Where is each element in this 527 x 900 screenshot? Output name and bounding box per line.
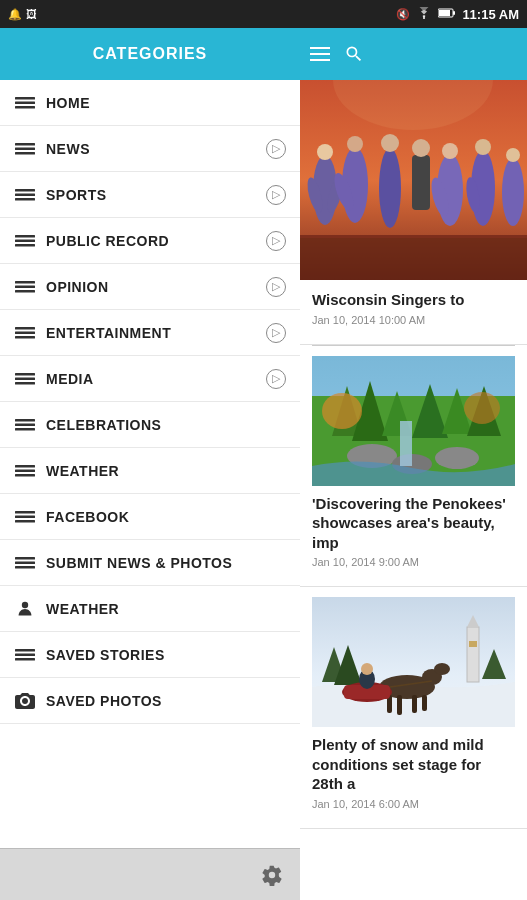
sidebar-item-label: WEATHER [46, 601, 286, 617]
svg-rect-14 [15, 239, 35, 242]
sidebar-item-label: FACEBOOK [46, 509, 286, 525]
svg-rect-29 [15, 469, 35, 472]
svg-point-53 [412, 139, 430, 157]
right-header [300, 28, 527, 80]
svg-rect-27 [15, 428, 35, 431]
sidebar-item-label: CELEBRATIONS [46, 417, 286, 433]
sidebar-item-facebook[interactable]: FACEBOOK [0, 494, 300, 540]
svg-rect-34 [15, 557, 35, 560]
svg-point-58 [475, 139, 491, 155]
svg-rect-16 [15, 281, 35, 284]
panel-footer [0, 848, 300, 900]
svg-rect-75 [400, 421, 412, 466]
article-date: Jan 10, 2014 10:00 AM [312, 314, 515, 326]
svg-rect-18 [15, 290, 35, 293]
status-bar: 🔔 🖼 🔇 11:15 AM [0, 0, 527, 28]
svg-rect-36 [15, 566, 35, 569]
sidebar-item-celebrations[interactable]: CELEBRATIONS [0, 402, 300, 448]
notification-icon: 🔔 [8, 8, 22, 21]
svg-rect-79 [467, 627, 479, 682]
sidebar-item-label: OPINION [46, 279, 266, 295]
svg-rect-6 [15, 106, 35, 109]
menu-items-list: HOME NEWS ▷ SPORTS ▷ [0, 80, 300, 848]
hamburger-menu-button[interactable] [310, 47, 330, 61]
sidebar-item-opinion[interactable]: OPINION ▷ [0, 264, 300, 310]
svg-rect-22 [15, 373, 35, 376]
person-icon [14, 600, 36, 618]
main-container: CATEGORIES HOME NEWS ▷ [0, 28, 527, 900]
svg-rect-17 [15, 285, 35, 288]
svg-rect-12 [15, 198, 35, 201]
entertainment-arrow-icon: ▷ [266, 323, 286, 343]
article-thumbnail-forest [312, 356, 515, 486]
status-bar-left-icons: 🔔 🖼 [8, 8, 37, 21]
article-item[interactable]: Plenty of snow and mild conditions set s… [300, 587, 527, 829]
svg-point-48 [347, 136, 363, 152]
sidebar-item-sports[interactable]: SPORTS ▷ [0, 172, 300, 218]
svg-rect-10 [15, 189, 35, 192]
sidebar-item-public-record[interactable]: PUBLIC RECORD ▷ [0, 218, 300, 264]
news-icon [14, 140, 36, 158]
status-time: 11:15 AM [462, 7, 519, 22]
svg-rect-3 [453, 11, 455, 15]
sports-icon [14, 186, 36, 204]
sidebar-item-label: MEDIA [46, 371, 266, 387]
svg-rect-90 [412, 695, 417, 713]
public-record-icon [14, 232, 36, 250]
sidebar-item-label: HOME [46, 95, 286, 111]
sidebar-item-entertainment[interactable]: ENTERTAINMENT ▷ [0, 310, 300, 356]
sidebar-item-weather[interactable]: WEATHER [0, 448, 300, 494]
sidebar-item-saved-photos[interactable]: SAVED PHOTOS [0, 678, 300, 724]
article-date: Jan 10, 2014 9:00 AM [312, 556, 515, 568]
sidebar-item-news[interactable]: NEWS ▷ [0, 126, 300, 172]
status-bar-right: 🔇 11:15 AM [396, 7, 519, 22]
svg-rect-35 [15, 561, 35, 564]
sidebar-item-submit-news[interactable]: SUBMIT NEWS & PHOTOS [0, 540, 300, 586]
sidebar-item-saved-stories[interactable]: SAVED STORIES [0, 632, 300, 678]
svg-point-0 [423, 17, 425, 19]
sidebar-item-home[interactable]: HOME [0, 80, 300, 126]
sidebar-item-weather2[interactable]: WEATHER [0, 586, 300, 632]
left-panel: CATEGORIES HOME NEWS ▷ [0, 28, 300, 900]
svg-rect-24 [15, 382, 35, 385]
hamburger-icon [310, 47, 330, 61]
svg-rect-19 [15, 327, 35, 330]
svg-rect-52 [412, 155, 430, 210]
svg-point-61 [506, 148, 520, 162]
svg-rect-39 [15, 653, 35, 656]
article-item[interactable]: Wisconsin Singers to Jan 10, 2014 10:00 … [300, 280, 527, 345]
search-button[interactable] [344, 44, 364, 64]
battery-icon [438, 8, 456, 20]
opinion-icon [14, 278, 36, 296]
sidebar-item-label: NEWS [46, 141, 266, 157]
sidebar-item-media[interactable]: MEDIA ▷ [0, 356, 300, 402]
svg-rect-25 [15, 419, 35, 422]
svg-point-87 [434, 663, 450, 675]
svg-rect-9 [15, 152, 35, 155]
sidebar-item-label: ENTERTAINMENT [46, 325, 266, 341]
svg-rect-38 [15, 649, 35, 652]
right-content: Wisconsin Singers to Jan 10, 2014 10:00 … [300, 80, 527, 900]
svg-rect-40 [15, 658, 35, 661]
entertainment-icon [14, 324, 36, 342]
right-panel: Wisconsin Singers to Jan 10, 2014 10:00 … [300, 28, 527, 900]
svg-rect-30 [15, 474, 35, 477]
svg-rect-21 [15, 336, 35, 339]
article-item[interactable]: 'Discovering the Penokees' showcases are… [300, 346, 527, 588]
saved-stories-icon [14, 646, 36, 664]
svg-rect-89 [397, 695, 402, 715]
media-arrow-icon: ▷ [266, 369, 286, 389]
settings-button[interactable] [256, 859, 288, 891]
svg-rect-11 [15, 193, 35, 196]
svg-point-60 [502, 158, 524, 226]
svg-rect-32 [15, 515, 35, 518]
mute-icon: 🔇 [396, 8, 410, 21]
svg-rect-2 [439, 10, 450, 16]
sidebar-item-label: PUBLIC RECORD [46, 233, 266, 249]
sports-arrow-icon: ▷ [266, 185, 286, 205]
article-title: 'Discovering the Penokees' showcases are… [312, 494, 515, 553]
camera-icon [14, 692, 36, 710]
news-arrow-icon: ▷ [266, 139, 286, 159]
article-title: Plenty of snow and mild conditions set s… [312, 735, 515, 794]
categories-header: CATEGORIES [0, 28, 300, 80]
